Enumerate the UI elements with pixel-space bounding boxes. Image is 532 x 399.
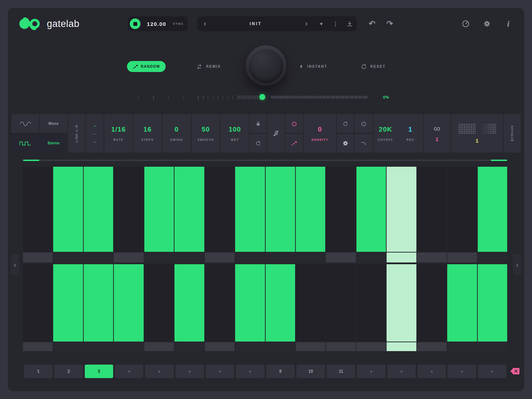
favorite-button[interactable]: ♥ (314, 16, 328, 31)
page-next-button[interactable]: › (513, 254, 521, 275)
add-pattern-button[interactable]: + (236, 365, 264, 378)
steps-control[interactable]: 16 STEPS (133, 114, 162, 153)
bpm-display[interactable]: 120.00 (143, 21, 170, 27)
link-lr-button[interactable]: LINK L-R (68, 114, 85, 153)
randomize-slider[interactable] (131, 93, 369, 101)
step-bar-playing[interactable] (387, 264, 416, 342)
step-offset[interactable] (266, 253, 295, 262)
step-bar-area[interactable] (144, 167, 174, 252)
step-bar-area[interactable] (84, 264, 113, 342)
step-offset[interactable] (326, 253, 355, 262)
step-top-15[interactable] (447, 167, 477, 262)
step-top-8[interactable] (235, 167, 265, 262)
preset-menu-button[interactable]: ⋮ (328, 16, 343, 31)
cutoff-control[interactable]: 20K CUTOFF (373, 114, 398, 153)
step-bar[interactable] (174, 264, 204, 342)
step-bar-area[interactable] (266, 167, 295, 252)
step-top-13[interactable] (387, 167, 416, 262)
step-offset[interactable] (144, 342, 174, 351)
step-bottom-13[interactable] (387, 264, 416, 351)
step-offset[interactable] (174, 342, 204, 351)
step-bottom-15[interactable] (447, 264, 477, 351)
step-offset[interactable] (356, 342, 386, 351)
step-bar-area[interactable] (326, 264, 355, 342)
direction-forward-button[interactable]: → (92, 122, 97, 128)
step-bar[interactable] (235, 167, 265, 252)
sine-wave-button[interactable] (11, 114, 39, 133)
step-top-9[interactable] (266, 167, 295, 262)
step-bar-area[interactable] (205, 167, 234, 252)
step-bar[interactable] (266, 167, 295, 252)
step-bar-area[interactable] (417, 264, 447, 342)
loop-control[interactable]: ∞ 1 (423, 114, 450, 153)
lock-button[interactable] (250, 114, 267, 133)
step-top-2[interactable] (53, 167, 83, 262)
info-button[interactable]: i (504, 18, 513, 29)
density-control[interactable]: 0 DENSITY (304, 114, 336, 153)
swing-control[interactable]: 0 SWING (162, 114, 191, 153)
add-pattern-button[interactable]: + (387, 365, 416, 378)
step-bottom-11[interactable] (326, 264, 355, 351)
step-offset[interactable] (23, 253, 52, 262)
pattern-button-1[interactable]: 1 (24, 365, 52, 378)
add-pattern-button[interactable]: + (417, 365, 446, 378)
add-pattern-button[interactable]: + (115, 365, 143, 378)
step-bar[interactable] (53, 167, 83, 252)
step-bottom-6[interactable] (174, 264, 204, 351)
main-knob[interactable] (246, 45, 286, 86)
preset-prev-button[interactable]: ‹ (197, 16, 213, 31)
step-offset[interactable] (447, 253, 477, 262)
step-top-6[interactable] (174, 167, 204, 262)
step-offset[interactable] (296, 342, 325, 351)
step-offset[interactable] (84, 253, 113, 262)
mute-note-button[interactable] (267, 114, 284, 153)
step-offset[interactable] (478, 342, 507, 351)
direction-pingpong-button[interactable]: ↔ (92, 138, 97, 144)
step-offset[interactable] (326, 342, 355, 351)
step-top-10[interactable] (296, 167, 325, 262)
filter-curve-button[interactable] (355, 134, 372, 153)
pattern-button-11[interactable]: 11 (327, 365, 355, 378)
pattern-button-9[interactable]: 9 (266, 365, 295, 378)
loop-end-marker[interactable] (491, 160, 507, 161)
step-bottom-5[interactable] (144, 264, 174, 351)
step-offset[interactable] (84, 342, 113, 351)
step-bar[interactable] (356, 167, 386, 252)
density-settings-button[interactable] (337, 134, 354, 153)
step-bottom-14[interactable] (417, 264, 447, 351)
step-top-16[interactable] (478, 167, 507, 262)
step-top-12[interactable] (356, 167, 386, 262)
loop-start-marker[interactable] (23, 160, 39, 161)
step-bar[interactable] (235, 264, 265, 342)
step-bar-area[interactable] (387, 167, 416, 252)
slider-thumb[interactable] (259, 94, 265, 100)
step-offset[interactable] (387, 342, 416, 351)
stop-button[interactable] (130, 18, 140, 29)
random-button[interactable]: RANDOM (127, 61, 166, 72)
sync-toggle[interactable]: SYNC (173, 22, 184, 26)
step-offset[interactable] (235, 342, 265, 351)
step-bar-area[interactable] (174, 167, 204, 252)
square-wave-button[interactable] (11, 134, 39, 153)
random-power-button[interactable] (285, 114, 303, 133)
step-bar[interactable] (478, 167, 507, 252)
step-bar-area[interactable] (326, 167, 355, 252)
step-offset[interactable] (23, 342, 52, 351)
step-bar[interactable] (84, 167, 113, 252)
step-bar-area[interactable] (23, 264, 52, 342)
step-bar-area[interactable] (84, 167, 113, 252)
step-offset[interactable] (205, 342, 234, 351)
step-bottom-7[interactable] (205, 264, 234, 351)
step-bar-area[interactable] (447, 264, 477, 342)
step-bar-area[interactable] (296, 167, 325, 252)
step-top-3[interactable] (84, 167, 113, 262)
step-bottom-9[interactable] (266, 264, 295, 351)
step-bottom-16[interactable] (478, 264, 507, 351)
step-bar[interactable] (53, 264, 83, 342)
step-bar-area[interactable] (144, 264, 174, 342)
step-bottom-3[interactable] (84, 264, 113, 351)
step-bar-area[interactable] (235, 264, 265, 342)
step-bar[interactable] (478, 264, 507, 342)
add-pattern-button[interactable]: + (206, 365, 234, 378)
step-bar[interactable] (144, 167, 174, 252)
